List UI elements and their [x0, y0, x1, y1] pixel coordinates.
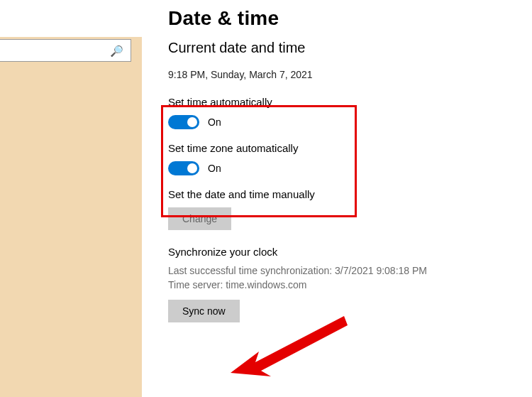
- set-tz-auto-state: On: [208, 163, 221, 174]
- sync-now-button[interactable]: Sync now: [168, 300, 240, 322]
- set-time-auto-toggle[interactable]: [168, 115, 199, 129]
- search-input[interactable]: [0, 40, 115, 61]
- sync-last-line: Last successful time synchronization: 3/…: [168, 263, 516, 278]
- search-icon: 🔍: [110, 45, 123, 58]
- sidebar-top-mask: [0, 0, 142, 37]
- set-time-auto-state: On: [208, 116, 221, 128]
- set-time-auto-label: Set time automatically: [168, 96, 516, 108]
- search-box[interactable]: 🔍: [0, 39, 131, 62]
- manual-set-label: Set the date and time manually: [168, 188, 516, 200]
- current-datetime: 9:18 PM, Sunday, March 7, 2021: [168, 69, 516, 80]
- svg-marker-0: [231, 316, 348, 376]
- section-heading: Current date and time: [168, 40, 516, 56]
- set-tz-auto-toggle[interactable]: [168, 161, 199, 175]
- change-button[interactable]: Change: [168, 207, 231, 230]
- set-tz-auto-label: Set time zone automatically: [168, 142, 516, 154]
- sync-heading: Synchronize your clock: [168, 246, 516, 258]
- page-title: Date & time: [168, 7, 516, 30]
- sync-server-line: Time server: time.windows.com: [168, 278, 516, 292]
